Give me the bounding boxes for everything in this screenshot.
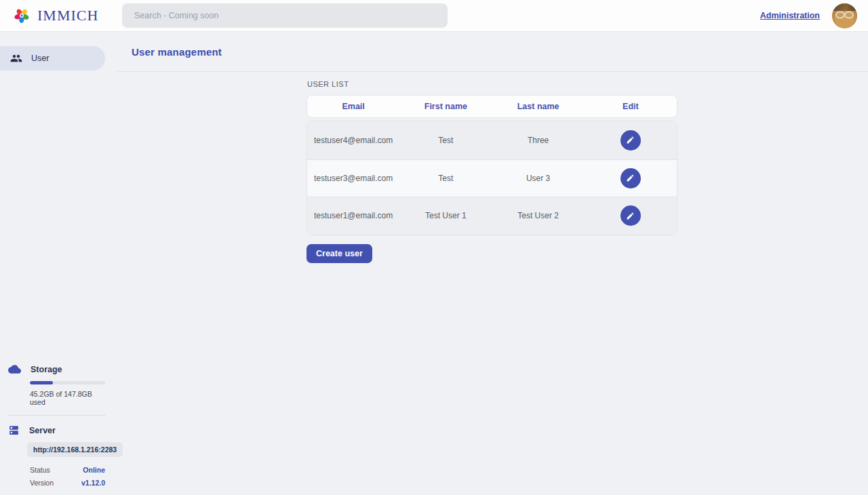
- storage-section: Storage 45.2GB of 147.8GB used: [8, 363, 105, 406]
- edit-user-button[interactable]: [620, 168, 641, 189]
- cell-email: testuser1@email.com: [307, 211, 399, 220]
- immich-logo-icon: [12, 6, 31, 25]
- cloud-icon: [8, 363, 21, 376]
- app-root: IMMICH Administration User: [0, 0, 868, 495]
- server-status-row: Status Online: [30, 466, 105, 474]
- server-section: Server http://192.168.1.216:2283 Status …: [8, 424, 105, 487]
- server-version-label: Version: [30, 479, 54, 487]
- storage-usage-text: 45.2GB of 147.8GB used: [30, 390, 105, 406]
- column-header-email: Email: [307, 102, 399, 111]
- server-status-label: Status: [30, 466, 50, 474]
- user-table: Email First name Last name Edit testuser…: [307, 95, 677, 235]
- column-header-last-name: Last name: [492, 102, 585, 111]
- storage-progress-fill: [30, 381, 53, 384]
- main-panel: User management USER LIST Email First na…: [116, 32, 868, 495]
- sidebar-item-label: User: [31, 54, 49, 63]
- edit-user-button[interactable]: [620, 205, 641, 226]
- glasses-icon: [835, 10, 854, 20]
- storage-progress-bar: [30, 381, 105, 384]
- administration-link[interactable]: Administration: [760, 11, 820, 20]
- topbar: IMMICH Administration: [0, 0, 868, 32]
- sidebar: User Storage 45.2GB of 147.8GB used: [0, 32, 116, 495]
- edit-pencil-icon: [626, 212, 635, 220]
- page-content: USER LIST Email First name Last name Edi…: [116, 72, 868, 263]
- cell-last-name: User 3: [492, 174, 585, 183]
- section-title: USER LIST: [307, 80, 868, 88]
- table-row: testuser1@email.com Test User 1 Test Use…: [307, 197, 677, 235]
- page-title: User management: [132, 46, 222, 58]
- brand[interactable]: IMMICH: [0, 6, 98, 25]
- storage-title: Storage: [31, 365, 62, 374]
- cell-last-name: Test User 2: [492, 211, 585, 220]
- cell-email: testuser3@email.com: [307, 174, 399, 183]
- search-input[interactable]: [122, 3, 448, 28]
- cell-last-name: Three: [492, 136, 585, 145]
- server-status-value: Online: [83, 466, 105, 474]
- user-avatar[interactable]: [832, 3, 857, 28]
- sidebar-divider: [8, 415, 105, 416]
- server-version-row: Version v1.12.0: [30, 479, 105, 487]
- app-title: IMMICH: [37, 7, 98, 24]
- sidebar-item-user[interactable]: User: [0, 46, 105, 71]
- page-header: User management: [116, 32, 868, 72]
- column-header-edit: Edit: [585, 102, 677, 111]
- cell-first-name: Test: [399, 174, 492, 183]
- server-url: http://192.168.1.216:2283: [27, 442, 123, 457]
- cell-first-name: Test: [399, 136, 492, 145]
- cell-email: testuser4@email.com: [307, 136, 399, 145]
- users-icon: [10, 52, 22, 64]
- table-body: testuser4@email.com Test Three: [307, 121, 677, 235]
- table-row: testuser4@email.com Test Three: [307, 121, 677, 159]
- create-user-button[interactable]: Create user: [307, 244, 372, 263]
- topbar-right: Administration: [760, 3, 868, 28]
- table-header-row: Email First name Last name Edit: [307, 95, 677, 118]
- column-header-first-name: First name: [399, 102, 492, 111]
- edit-user-button[interactable]: [620, 130, 641, 151]
- app-body: User Storage 45.2GB of 147.8GB used: [0, 32, 868, 495]
- table-row: testuser3@email.com Test User 3: [307, 159, 677, 197]
- edit-pencil-icon: [626, 136, 635, 144]
- cell-first-name: Test User 1: [399, 211, 492, 220]
- server-icon: [8, 424, 20, 436]
- edit-pencil-icon: [626, 174, 635, 182]
- server-version-value: v1.12.0: [81, 479, 105, 487]
- server-title: Server: [29, 426, 56, 435]
- sidebar-bottom: Storage 45.2GB of 147.8GB used Server: [8, 363, 105, 487]
